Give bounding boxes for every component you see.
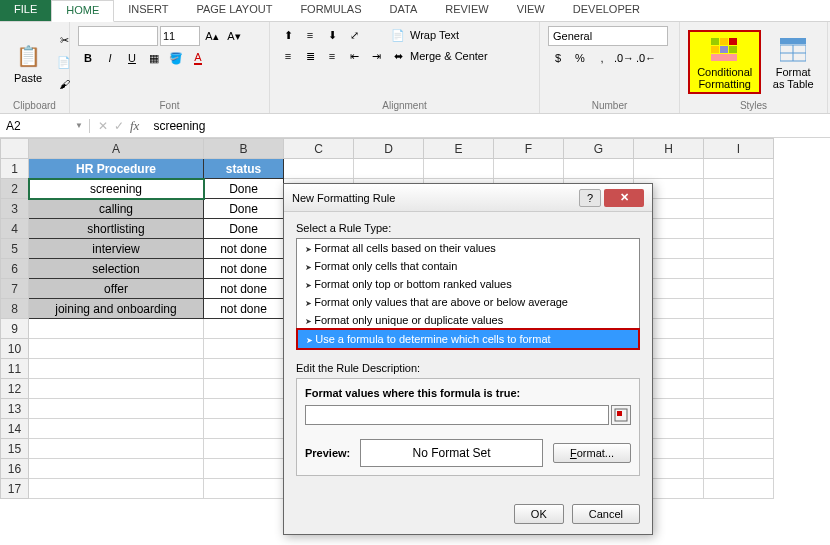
tab-review[interactable]: REVIEW xyxy=(431,0,502,21)
tab-formulas[interactable]: FORMULAS xyxy=(286,0,375,21)
cell-a2[interactable]: screening xyxy=(29,179,204,199)
dialog-close-button[interactable]: ✕ xyxy=(604,189,644,207)
cell[interactable] xyxy=(29,459,204,479)
increase-indent-icon[interactable]: ⇥ xyxy=(366,47,386,65)
col-header-b[interactable]: B xyxy=(204,139,284,159)
cell[interactable] xyxy=(29,399,204,419)
cell[interactable] xyxy=(704,219,774,239)
cell[interactable] xyxy=(204,459,284,479)
cell-b8[interactable]: not done xyxy=(204,299,284,319)
cell[interactable] xyxy=(29,479,204,499)
bold-button[interactable]: B xyxy=(78,49,98,67)
cell-a6[interactable]: selection xyxy=(29,259,204,279)
cell-a1[interactable]: HR Procedure xyxy=(29,159,204,179)
row-header-13[interactable]: 13 xyxy=(1,399,29,419)
dialog-titlebar[interactable]: New Formatting Rule ? ✕ xyxy=(284,184,652,212)
row-header-6[interactable]: 6 xyxy=(1,259,29,279)
align-right-icon[interactable]: ≡ xyxy=(322,47,342,65)
tab-page-layout[interactable]: PAGE LAYOUT xyxy=(182,0,286,21)
col-header-i[interactable]: I xyxy=(704,139,774,159)
row-header-10[interactable]: 10 xyxy=(1,339,29,359)
cell[interactable] xyxy=(204,439,284,459)
row-header-3[interactable]: 3 xyxy=(1,199,29,219)
underline-button[interactable]: U xyxy=(122,49,142,67)
row-header-1[interactable]: 1 xyxy=(1,159,29,179)
cell[interactable] xyxy=(704,439,774,459)
rule-type-item-selected[interactable]: Use a formula to determine which cells t… xyxy=(296,328,640,350)
cell[interactable] xyxy=(704,479,774,499)
increase-font-icon[interactable]: A▴ xyxy=(202,27,222,45)
row-header-7[interactable]: 7 xyxy=(1,279,29,299)
cell[interactable] xyxy=(204,479,284,499)
cell[interactable] xyxy=(424,159,494,179)
decrease-decimal-icon[interactable]: .0← xyxy=(636,49,656,67)
range-selector-icon[interactable] xyxy=(611,405,631,425)
cell[interactable] xyxy=(29,319,204,339)
tab-data[interactable]: DATA xyxy=(376,0,432,21)
cell-a3[interactable]: calling xyxy=(29,199,204,219)
format-button[interactable]: Format... xyxy=(553,443,631,463)
tab-view[interactable]: VIEW xyxy=(503,0,559,21)
cell[interactable] xyxy=(704,359,774,379)
cell[interactable] xyxy=(704,419,774,439)
align-top-icon[interactable]: ⬆ xyxy=(278,26,298,44)
cell[interactable] xyxy=(204,379,284,399)
cell[interactable] xyxy=(704,459,774,479)
cell-a4[interactable]: shortlisting xyxy=(29,219,204,239)
cell[interactable] xyxy=(29,339,204,359)
cell[interactable] xyxy=(704,399,774,419)
increase-decimal-icon[interactable]: .0→ xyxy=(614,49,634,67)
rule-type-item[interactable]: Format only values that are above or bel… xyxy=(297,293,639,311)
rule-type-item[interactable]: Format all cells based on their values xyxy=(297,239,639,257)
cell[interactable] xyxy=(704,319,774,339)
border-button[interactable]: ▦ xyxy=(144,49,164,67)
comma-icon[interactable]: , xyxy=(592,49,612,67)
cell[interactable] xyxy=(704,279,774,299)
row-header-2[interactable]: 2 xyxy=(1,179,29,199)
cell[interactable] xyxy=(704,159,774,179)
cell-b6[interactable]: not done xyxy=(204,259,284,279)
cell-a8[interactable]: joining and onboarding xyxy=(29,299,204,319)
format-as-table-button[interactable]: Format as Table xyxy=(767,32,819,92)
cell-b5[interactable]: not done xyxy=(204,239,284,259)
merge-center-button[interactable]: Merge & Center xyxy=(410,50,488,62)
cancel-formula-icon[interactable]: ✕ xyxy=(98,119,108,133)
cell[interactable] xyxy=(204,359,284,379)
percent-icon[interactable]: % xyxy=(570,49,590,67)
rule-type-item[interactable]: Format only unique or duplicate values xyxy=(297,311,639,329)
dialog-help-button[interactable]: ? xyxy=(579,189,601,207)
cell[interactable] xyxy=(704,299,774,319)
align-left-icon[interactable]: ≡ xyxy=(278,47,298,65)
font-size-select[interactable] xyxy=(160,26,200,46)
rule-type-item[interactable]: Format only top or bottom ranked values xyxy=(297,275,639,293)
tab-home[interactable]: HOME xyxy=(51,0,114,22)
cell[interactable] xyxy=(354,159,424,179)
cell[interactable] xyxy=(704,199,774,219)
col-header-c[interactable]: C xyxy=(284,139,354,159)
formula-input[interactable] xyxy=(305,405,609,425)
align-center-icon[interactable]: ≣ xyxy=(300,47,320,65)
row-header-12[interactable]: 12 xyxy=(1,379,29,399)
row-header-16[interactable]: 16 xyxy=(1,459,29,479)
row-header-17[interactable]: 17 xyxy=(1,479,29,499)
cell[interactable] xyxy=(284,159,354,179)
cell[interactable] xyxy=(494,159,564,179)
wrap-text-button[interactable]: Wrap Text xyxy=(410,29,459,41)
cell[interactable] xyxy=(704,239,774,259)
number-format-select[interactable] xyxy=(548,26,668,46)
formula-bar-input[interactable]: screening xyxy=(147,119,830,133)
cell[interactable] xyxy=(29,439,204,459)
align-middle-icon[interactable]: ≡ xyxy=(300,26,320,44)
row-header-9[interactable]: 9 xyxy=(1,319,29,339)
decrease-indent-icon[interactable]: ⇤ xyxy=(344,47,364,65)
enter-formula-icon[interactable]: ✓ xyxy=(114,119,124,133)
decrease-font-icon[interactable]: A▾ xyxy=(224,27,244,45)
cancel-button[interactable]: Cancel xyxy=(572,504,640,524)
rule-type-item[interactable]: Format only cells that contain xyxy=(297,257,639,275)
tab-developer[interactable]: DEVELOPER xyxy=(559,0,654,21)
col-header-g[interactable]: G xyxy=(564,139,634,159)
col-header-d[interactable]: D xyxy=(354,139,424,159)
orientation-icon[interactable]: ⤢ xyxy=(344,26,364,44)
cell[interactable] xyxy=(29,379,204,399)
font-color-button[interactable]: A xyxy=(188,49,208,67)
